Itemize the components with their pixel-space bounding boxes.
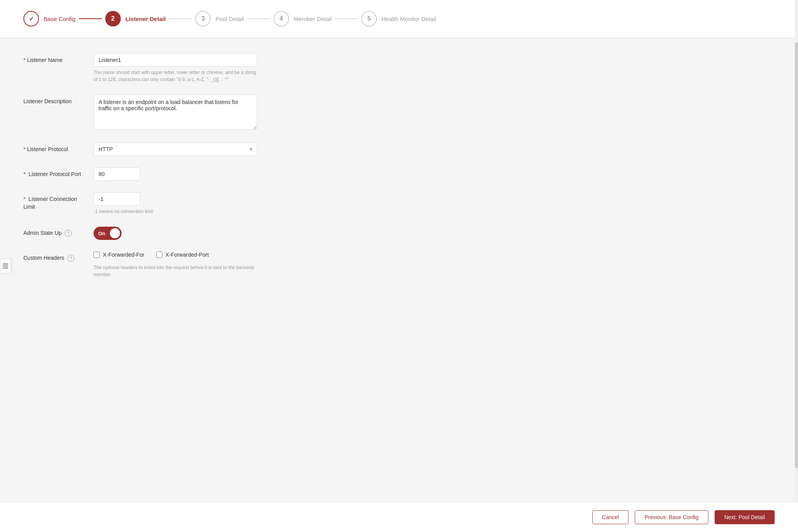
custom-headers-checkboxes: X-Forwarded-For X-Forwarded-Port [94, 252, 257, 258]
form-container: *Listener Name The name should start wit… [0, 38, 351, 329]
x-forwarded-port-checkbox-label[interactable]: X-Forwarded-Port [156, 252, 209, 258]
wizard-step-2[interactable]: 2 Listener Detail [105, 11, 166, 26]
custom-headers-row: Custom Headers ? X-Forwarded-For X-Forwa… [23, 252, 327, 278]
listener-name-hint: The name should start with upper letter,… [94, 69, 257, 83]
listener-connection-limit-row: * Listener Connection Limit -1 means no … [23, 192, 327, 215]
admin-state-toggle[interactable]: On [94, 227, 122, 240]
listener-protocol-select[interactable]: HTTP HTTPS TCP UDP [94, 143, 257, 156]
listener-protocol-port-field [94, 167, 257, 181]
listener-name-input[interactable] [94, 53, 257, 67]
svg-rect-2 [3, 268, 8, 268]
connector-4-5 [335, 18, 358, 19]
listener-protocol-row: *Listener Protocol HTTP HTTPS TCP UDP ▾ [23, 143, 327, 156]
listener-protocol-port-row: * Listener Protocol Port [23, 167, 327, 181]
listener-protocol-port-label: * Listener Protocol Port [23, 167, 86, 178]
listener-protocol-label: *Listener Protocol [23, 143, 86, 153]
x-forwarded-port-checkbox[interactable] [156, 252, 162, 258]
connector-2-3 [169, 18, 192, 19]
wizard-step-1[interactable]: ✓ Base Config [23, 11, 76, 26]
toggle-knob [110, 228, 120, 238]
custom-headers-label: Custom Headers [23, 255, 64, 261]
svg-rect-1 [3, 266, 8, 266]
required-indicator-4: * [23, 196, 25, 202]
listener-description-label: Listener Description [23, 95, 86, 106]
listener-protocol-port-input[interactable] [94, 167, 140, 181]
custom-headers-field: X-Forwarded-For X-Forwarded-Port The opt… [94, 252, 257, 278]
connector-1-2 [79, 18, 102, 19]
help-icon[interactable]: ? [65, 230, 72, 237]
help-icon-custom-headers[interactable]: ? [67, 255, 74, 262]
step-4-circle: 4 [274, 11, 289, 26]
required-indicator: * [23, 57, 25, 63]
scrollbar[interactable] [795, 0, 798, 329]
listener-description-textarea[interactable]: A listener is an endpoint on a load bala… [94, 95, 257, 130]
listener-name-label: *Listener Name [23, 53, 86, 64]
required-indicator-2: * [23, 146, 25, 152]
required-indicator-3: * [23, 171, 25, 177]
wizard-step-4[interactable]: 4 Member Detail [274, 11, 332, 26]
svg-rect-0 [3, 264, 8, 264]
step-4-label: Member Detail [294, 16, 332, 22]
x-forwarded-for-checkbox[interactable] [94, 252, 100, 258]
listener-protocol-select-wrapper[interactable]: HTTP HTTPS TCP UDP ▾ [94, 143, 257, 156]
wizard-step-5[interactable]: 5 Health Monitor Detail [361, 11, 436, 26]
connector-3-4 [247, 18, 270, 19]
admin-state-label: Admin State Up [23, 230, 62, 236]
listener-connection-limit-input[interactable] [94, 192, 140, 206]
admin-state-toggle-wrapper[interactable]: On [94, 227, 122, 240]
step-3-label: Pool Detail [215, 16, 244, 22]
listener-connection-limit-field: -1 means no connection limit [94, 192, 257, 215]
listener-protocol-field: HTTP HTTPS TCP UDP ▾ [94, 143, 257, 156]
listener-name-row: *Listener Name The name should start wit… [23, 53, 327, 83]
admin-state-row: Admin State Up ? On [23, 227, 327, 240]
listener-name-field: The name should start with upper letter,… [94, 53, 257, 83]
connection-limit-hint: -1 means no connection limit [94, 208, 257, 215]
step-2-circle: 2 [105, 11, 121, 26]
listener-description-field: A listener is an endpoint on a load bala… [94, 95, 257, 131]
step-1-label: Base Config [44, 16, 76, 22]
side-tab[interactable] [0, 259, 11, 273]
x-forwarded-for-label: X-Forwarded-For [103, 252, 145, 258]
scrollbar-thumb[interactable] [795, 42, 798, 329]
step-2-label: Listener Detail [125, 16, 166, 22]
admin-state-label-wrapper: Admin State Up ? [23, 227, 86, 237]
listener-description-row: Listener Description A listener is an en… [23, 95, 327, 131]
custom-headers-hint: The optional headers to insert into the … [94, 264, 257, 278]
step-1-circle: ✓ [23, 11, 39, 26]
step-3-circle: 3 [195, 11, 211, 26]
step-5-circle: 5 [361, 11, 377, 26]
x-forwarded-port-label: X-Forwarded-Port [166, 252, 209, 258]
x-forwarded-for-checkbox-label[interactable]: X-Forwarded-For [94, 252, 145, 258]
listener-connection-limit-label: * Listener Connection Limit [23, 192, 86, 211]
wizard-header: ✓ Base Config 2 Listener Detail 3 Pool D… [0, 0, 798, 38]
toggle-on-label: On [98, 231, 105, 236]
custom-headers-label-wrapper: Custom Headers ? [23, 252, 86, 262]
step-5-label: Health Monitor Detail [381, 16, 436, 22]
wizard-step-3[interactable]: 3 Pool Detail [195, 11, 244, 26]
